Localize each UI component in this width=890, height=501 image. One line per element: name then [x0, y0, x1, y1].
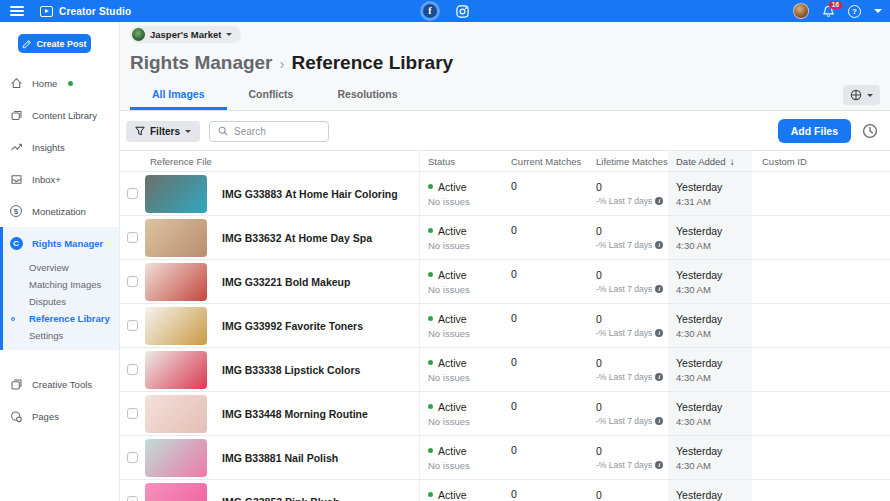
active-status-dot — [428, 184, 433, 189]
reference-image-thumbnail[interactable] — [145, 307, 207, 345]
account-menu-caret-icon[interactable] — [874, 9, 882, 13]
status-label: Active — [438, 313, 467, 325]
instagram-tab-icon[interactable] — [456, 5, 469, 18]
lifetime-matches-value: 0 — [596, 269, 668, 281]
notifications-bell-icon[interactable]: 16 — [822, 5, 835, 18]
reference-image-thumbnail[interactable] — [145, 483, 207, 501]
table-row: IMG G33883 At Home Hair Coloring Active … — [120, 172, 890, 216]
table-row: IMG B33338 Lipstick Colors Active No iss… — [120, 348, 890, 392]
sidebar-subitem-settings[interactable]: Settings — [3, 327, 119, 344]
filters-button[interactable]: Filters — [126, 121, 200, 142]
row-checkbox[interactable] — [127, 408, 138, 419]
lifetime-note: -% Last 7 days — [596, 372, 652, 382]
reference-image-thumbnail[interactable] — [145, 439, 207, 477]
reference-file-name[interactable]: IMG B33338 Lipstick Colors — [222, 364, 360, 376]
time-added-value: 4:30 AM — [676, 372, 752, 383]
market-selector-button[interactable] — [843, 85, 880, 105]
reference-image-thumbnail[interactable] — [145, 175, 207, 213]
current-matches-value: 0 — [505, 216, 590, 259]
app-brand[interactable]: Creator Studio — [40, 6, 131, 17]
row-checkbox[interactable] — [127, 452, 138, 463]
globe-icon — [850, 89, 862, 101]
reference-file-name[interactable]: IMG G33221 Bold Makeup — [222, 276, 350, 288]
filters-caret-icon — [185, 130, 191, 133]
row-checkbox[interactable] — [127, 276, 138, 287]
user-avatar[interactable] — [793, 3, 809, 19]
row-checkbox[interactable] — [127, 188, 138, 199]
row-checkbox[interactable] — [127, 496, 138, 501]
current-matches-value: 0 — [505, 172, 590, 215]
row-checkbox[interactable] — [127, 232, 138, 243]
sidebar-subitem-disputes[interactable]: Disputes — [3, 293, 119, 310]
tab-all-images[interactable]: All Images — [130, 80, 227, 110]
reference-file-name[interactable]: IMG G33992 Favorite Toners — [222, 320, 363, 332]
reference-file-name[interactable]: IMG B33881 Nail Polish — [222, 452, 338, 464]
reference-file-name[interactable]: IMG B33632 At Home Day Spa — [222, 232, 372, 244]
column-header-lifetime-matches[interactable]: Lifetime Matches — [590, 151, 668, 171]
search-input[interactable] — [234, 126, 319, 137]
date-added-value: Yesterday — [676, 181, 752, 193]
reference-file-name[interactable]: IMG G33853 Pink Blush — [222, 496, 339, 501]
sidebar-item-pages[interactable]: Pages — [0, 400, 119, 432]
sidebar-item-insights[interactable]: Insights — [0, 131, 119, 163]
sidebar-subitem-matching-images[interactable]: Matching Images — [3, 276, 119, 293]
info-icon[interactable]: i — [655, 461, 663, 469]
reference-image-thumbnail[interactable] — [145, 351, 207, 389]
sidebar-navigation: Create Post Home Content Library Insight… — [0, 22, 120, 501]
reference-file-name[interactable]: IMG B33448 Morning Routine — [222, 408, 368, 420]
sidebar-item-content-library[interactable]: Content Library — [0, 99, 119, 131]
reference-image-thumbnail[interactable] — [145, 395, 207, 433]
reference-image-thumbnail[interactable] — [145, 263, 207, 301]
notification-count-badge: 16 — [829, 1, 842, 10]
sidebar-subitem-reference-library[interactable]: Reference Library — [3, 310, 119, 327]
info-icon[interactable]: i — [655, 285, 663, 293]
active-status-dot — [428, 360, 433, 365]
sidebar-item-home[interactable]: Home — [0, 67, 119, 99]
activity-history-button[interactable] — [860, 123, 880, 139]
table-row: IMG B33632 At Home Day Spa Active No iss… — [120, 216, 890, 260]
info-icon[interactable]: i — [655, 329, 663, 337]
row-checkbox[interactable] — [127, 320, 138, 331]
reference-file-name[interactable]: IMG G33883 At Home Hair Coloring — [222, 188, 398, 200]
info-icon[interactable]: i — [655, 241, 663, 249]
menu-icon[interactable] — [10, 4, 24, 18]
sidebar-subitem-overview[interactable]: Overview — [3, 259, 119, 276]
insights-icon — [9, 140, 23, 154]
sort-descending-icon: ↓ — [730, 156, 735, 167]
sidebar-item-rights-manager[interactable]: C Rights Manager — [3, 227, 119, 259]
sidebar-item-monetization[interactable]: $ Monetization — [0, 195, 119, 227]
top-navigation-bar: Creator Studio f 16 ? — [0, 0, 890, 22]
create-post-button[interactable]: Create Post — [18, 34, 91, 53]
table-row: IMG B33881 Nail Polish Active No issues … — [120, 436, 890, 480]
search-field — [209, 121, 329, 142]
column-header-custom-id[interactable]: Custom ID — [752, 151, 890, 171]
tab-conflicts[interactable]: Conflicts — [227, 80, 316, 110]
sidebar-item-inbox[interactable]: Inbox+ — [0, 163, 119, 195]
info-icon[interactable]: i — [655, 373, 663, 381]
tab-resolutions[interactable]: Resolutions — [315, 80, 419, 110]
current-matches-value: 0 — [505, 304, 590, 347]
reference-image-thumbnail[interactable] — [145, 219, 207, 257]
custom-id-value — [752, 348, 890, 391]
content-library-icon — [9, 108, 23, 122]
row-checkbox[interactable] — [127, 364, 138, 375]
column-header-reference-file[interactable]: Reference File — [145, 151, 420, 171]
breadcrumb-chevron-icon: › — [280, 55, 285, 72]
account-switcher[interactable]: Jasper's Market — [130, 26, 241, 43]
rights-manager-icon: C — [9, 236, 23, 250]
market-caret-icon — [867, 94, 873, 97]
date-added-value: Yesterday — [676, 313, 752, 325]
info-icon[interactable]: i — [655, 417, 663, 425]
column-header-status[interactable]: Status — [420, 151, 505, 171]
custom-id-value — [752, 172, 890, 215]
lifetime-note: -% Last 7 days — [596, 328, 652, 338]
help-icon[interactable]: ? — [848, 5, 861, 18]
info-icon[interactable]: i — [655, 197, 663, 205]
column-header-date-added[interactable]: Date Added ↓ — [668, 151, 752, 171]
active-status-dot — [428, 404, 433, 409]
add-files-button[interactable]: Add Files — [778, 119, 851, 143]
sidebar-item-creative-tools[interactable]: Creative Tools — [0, 368, 119, 400]
column-header-current-matches[interactable]: Current Matches — [505, 151, 590, 171]
breadcrumb-parent[interactable]: Rights Manager — [130, 52, 273, 74]
facebook-tab-icon[interactable]: f — [420, 1, 440, 21]
